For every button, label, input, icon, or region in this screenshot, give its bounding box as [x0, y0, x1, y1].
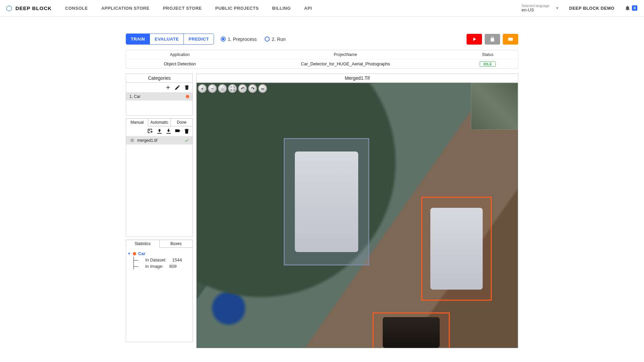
language-value: en-US [522, 8, 549, 12]
fullscreen-button[interactable]: ⛶ [228, 84, 237, 93]
notifications-count: 0 [632, 5, 637, 11]
image-viewport[interactable]: + − ⌂ ⛶ ↶ ↷ ∞ [197, 83, 518, 348]
nav-api[interactable]: API [304, 6, 312, 11]
chevron-down-icon: ▼ [555, 6, 559, 10]
annotation-box-selected[interactable] [421, 197, 492, 301]
notifications-button[interactable]: 0 [625, 5, 637, 11]
stats-class-row[interactable]: ▼ Car [127, 251, 191, 256]
main-nav: CONSOLE APPLICATION STORE PROJECT STORE … [65, 6, 312, 11]
projectname-value: Car_Detector_for_HUGE_Aerial_Photographs [233, 59, 458, 68]
file-item[interactable]: merged1.tif [126, 136, 193, 144]
canvas-panel: Merged1.Tif + − [196, 73, 518, 348]
class-color-dot [133, 252, 136, 255]
viewer-toolbar: + − ⌂ ⛶ ↶ ↷ ∞ [198, 84, 267, 93]
stats-panel-wrapper: Statistics Boxes ▼ Car In Dataset: 1544 [126, 240, 193, 342]
chevron-down-icon: ▼ [127, 252, 131, 255]
files-panel-wrapper: Manual Automatic Done [126, 118, 193, 237]
stat-in-dataset: In Dataset: 1544 [134, 257, 191, 263]
keyboard-shortcuts-button[interactable] [503, 34, 518, 45]
language-selector[interactable]: Selected language en-US ▼ [522, 4, 559, 12]
import-set-button[interactable] [174, 128, 181, 134]
add-category-button[interactable] [165, 84, 171, 90]
lock-button[interactable] [485, 34, 500, 45]
mode-tab-predict[interactable]: PREDICT [184, 34, 214, 44]
rotate-left-button[interactable]: ↶ [238, 84, 247, 93]
radio-off-icon [265, 37, 270, 42]
nav-console[interactable]: CONSOLE [65, 6, 88, 11]
col-projectname-header: ProjectName [233, 50, 458, 59]
play-video-button[interactable] [467, 34, 482, 45]
delete-category-button[interactable] [184, 84, 190, 90]
categories-title: Categories [126, 74, 193, 83]
logo-icon [5, 5, 13, 12]
edit-category-button[interactable] [174, 84, 180, 90]
canvas-title: Merged1.Tif [197, 74, 518, 83]
add-image-button[interactable] [147, 128, 154, 134]
application-value: Object Detection [126, 59, 233, 68]
stats-tab-boxes[interactable]: Boxes [159, 240, 193, 248]
step-run[interactable]: 2. Run [265, 37, 285, 42]
categories-panel: Categories 1. Car [126, 73, 193, 116]
brand-name: DEEP BLOCK [15, 5, 52, 11]
rotate-right-button[interactable]: ↷ [248, 84, 257, 93]
category-item-car[interactable]: 1. Car [126, 93, 193, 101]
car-shape [383, 317, 440, 348]
radio-on-icon [221, 37, 226, 42]
minimap[interactable] [471, 83, 518, 130]
class-name: Car [138, 251, 146, 256]
play-icon [471, 36, 477, 42]
stat-in-image: In Image: 809 [134, 263, 191, 269]
upload-button[interactable] [156, 128, 163, 134]
zoom-out-button[interactable]: − [208, 84, 217, 93]
download-button[interactable] [165, 128, 172, 134]
mode-tab-evaluate[interactable]: EVALUATE [150, 34, 184, 44]
status-badge: IDLE [480, 61, 495, 67]
project-info-table: Application ProjectName Status Object De… [126, 50, 518, 69]
check-icon [184, 138, 189, 143]
nav-public-projects[interactable]: PUBLIC PROJECTS [215, 6, 259, 11]
step-preprocess[interactable]: 1. Preprocess [221, 37, 257, 42]
zoom-in-button[interactable]: + [198, 84, 207, 93]
svg-point-0 [149, 130, 150, 131]
file-name: merged1.tif [137, 138, 157, 143]
bell-icon [625, 5, 631, 11]
category-color-dot [186, 95, 189, 98]
user-name[interactable]: DEEP BLOCK DEMO [569, 6, 614, 11]
annotation-box[interactable] [284, 138, 369, 265]
app-header: DEEP BLOCK CONSOLE APPLICATION STORE PRO… [0, 0, 644, 17]
link-view-button[interactable]: ∞ [258, 84, 267, 93]
nav-project-store[interactable]: PROJECT STORE [163, 6, 202, 11]
col-status-header: Status [458, 50, 518, 59]
brand-logo[interactable]: DEEP BLOCK [5, 5, 52, 12]
col-application-header: Application [126, 50, 233, 59]
home-view-button[interactable]: ⌂ [218, 84, 227, 93]
annotation-box[interactable] [373, 312, 450, 348]
lock-icon [489, 36, 495, 42]
keyboard-icon [507, 36, 514, 42]
nav-billing[interactable]: BILLING [272, 6, 291, 11]
files-tab-automatic[interactable]: Automatic [148, 118, 170, 126]
mode-toolbar: TRAIN EVALUATE PREDICT 1. Preprocess 2. … [126, 34, 518, 45]
delete-file-button[interactable] [183, 128, 190, 134]
files-tab-manual[interactable]: Manual [126, 118, 148, 126]
nav-application-store[interactable]: APPLICATION STORE [101, 6, 150, 11]
list-icon [129, 138, 135, 143]
mode-tab-train[interactable]: TRAIN [126, 34, 150, 44]
mode-tabs: TRAIN EVALUATE PREDICT [126, 34, 214, 45]
stats-tab-statistics[interactable]: Statistics [126, 240, 160, 248]
files-tab-done[interactable]: Done [170, 118, 193, 126]
car-shape [295, 152, 358, 252]
car-shape [430, 208, 482, 289]
